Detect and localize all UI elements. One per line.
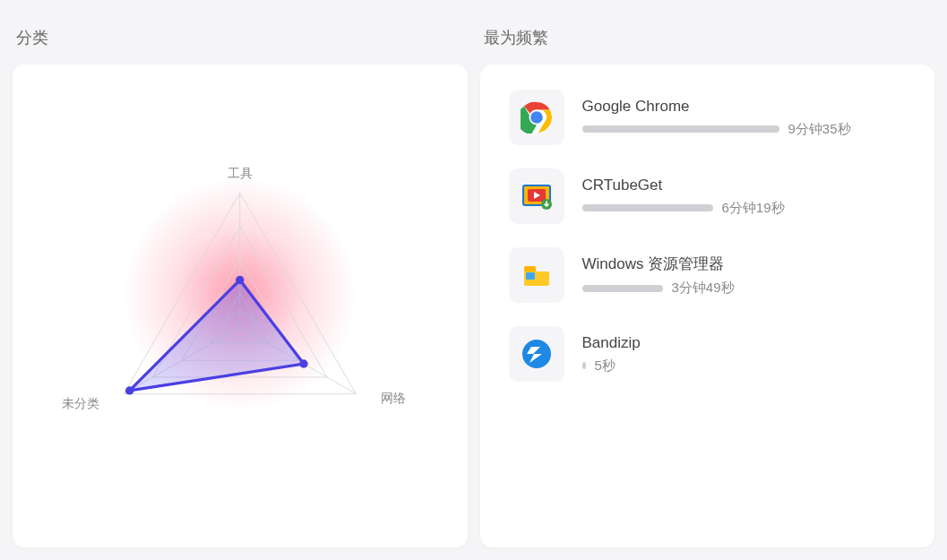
- usage-bar: [582, 362, 586, 369]
- list-item[interactable]: Bandizip 5秒: [509, 326, 907, 382]
- category-panel-group: 分类: [13, 27, 468, 547]
- radar-card: 工具 网络 未分类: [13, 65, 468, 547]
- app-name: Google Chrome: [582, 98, 907, 116]
- axis-label-uncat: 未分类: [62, 396, 99, 410]
- duration-label: 5秒: [595, 358, 616, 375]
- chrome-icon: [509, 90, 564, 145]
- usage-bar: [582, 285, 663, 292]
- app-name: CRTubeGet: [582, 177, 907, 194]
- svg-rect-18: [524, 266, 536, 271]
- axis-label-network: 网络: [381, 391, 406, 405]
- svg-rect-19: [526, 272, 535, 280]
- duration-label: 9分钟35秒: [788, 121, 851, 138]
- list-item[interactable]: Google Chrome 9分钟35秒: [509, 90, 907, 145]
- list-item[interactable]: CRTubeGet 6分钟19秒: [509, 168, 907, 224]
- usage-bar: [582, 204, 713, 211]
- app-name: Windows 资源管理器: [582, 254, 907, 274]
- svg-point-13: [530, 111, 543, 124]
- app-name: Bandizip: [582, 334, 907, 352]
- explorer-icon: [509, 247, 564, 303]
- svg-point-8: [236, 276, 244, 284]
- duration-label: 3分钟49秒: [672, 280, 735, 297]
- list-item[interactable]: Windows 资源管理器 3分钟49秒: [509, 247, 907, 303]
- duration-label: 6分钟19秒: [722, 200, 785, 217]
- crtubeget-icon: [509, 168, 564, 224]
- frequent-panel-group: 最为频繁 Google Chrome 9分钟35秒: [480, 27, 935, 547]
- radar-chart: 工具 网络 未分类: [30, 82, 450, 530]
- svg-point-10: [125, 386, 133, 394]
- frequent-title: 最为频繁: [484, 27, 935, 48]
- category-title: 分类: [16, 27, 468, 48]
- frequent-card: Google Chrome 9分钟35秒 CRTubeGet: [480, 65, 935, 547]
- bandizip-icon: [509, 326, 564, 382]
- usage-bar: [582, 125, 779, 133]
- axis-label-tool: 工具: [228, 166, 253, 180]
- svg-point-9: [299, 359, 307, 367]
